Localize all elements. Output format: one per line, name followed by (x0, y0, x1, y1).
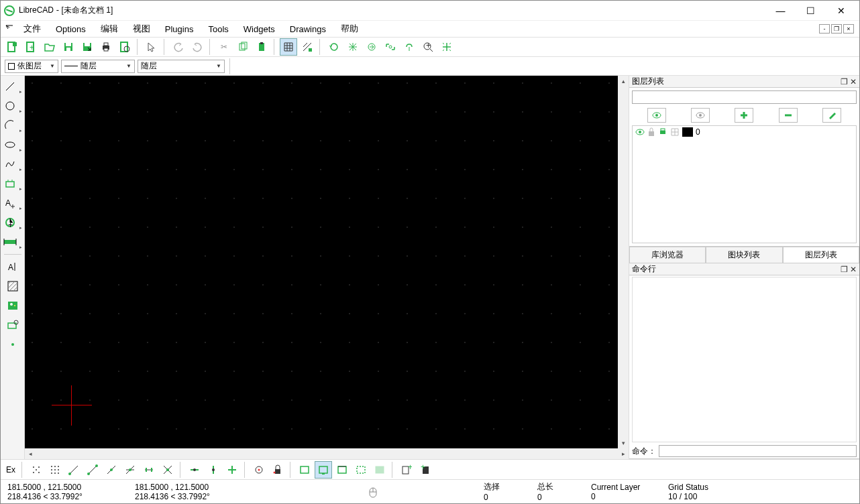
text-tool-button[interactable]: A (3, 194, 23, 212)
color-combo[interactable]: 依图层▼ (5, 60, 58, 73)
relative-zero-button[interactable] (250, 461, 268, 479)
cursor-button[interactable] (143, 38, 160, 56)
mdi-restore-button[interactable]: ❐ (831, 24, 842, 34)
snap-endpoint-button[interactable] (65, 461, 83, 479)
zoom-pan-button[interactable] (400, 38, 418, 56)
restrict-horizontal-button[interactable] (186, 461, 203, 479)
window-minimize-button[interactable]: — (765, 1, 796, 20)
zoom-extents-button[interactable] (438, 38, 455, 56)
polyline-tool-button[interactable] (3, 174, 23, 193)
snap-center-button[interactable] (103, 461, 120, 479)
menu-drawings[interactable]: Drawings (283, 23, 333, 36)
system-menu-icon[interactable] (3, 23, 15, 35)
layer-showall-button[interactable] (647, 108, 666, 123)
redo-button[interactable] (189, 38, 206, 56)
window-close-button[interactable]: ✕ (826, 1, 856, 20)
arc-tool-button[interactable] (3, 116, 23, 135)
mdi-minimize-button[interactable]: - (819, 24, 830, 34)
modify-tool-button[interactable] (3, 233, 23, 251)
tab-library[interactable]: 库浏览器 (629, 247, 706, 263)
snap-on-entity-button[interactable] (84, 461, 101, 479)
svg-point-59 (54, 472, 56, 474)
circle-tool-button[interactable] (3, 97, 23, 115)
menu-plugins[interactable]: Plugins (158, 23, 201, 36)
zoom-auto-button[interactable] (344, 38, 362, 56)
cut-button[interactable]: ✂ (215, 38, 233, 56)
menu-options[interactable]: Options (49, 23, 93, 36)
snap-distance-button[interactable] (140, 461, 158, 479)
menu-tools[interactable]: Tools (201, 23, 235, 36)
lock-relative-zero-button[interactable] (269, 461, 286, 479)
svg-text:A: A (5, 198, 11, 208)
draft-mode-button[interactable] (299, 38, 316, 56)
layer-name-label: 0 (696, 127, 700, 137)
layer-panel-undock-button[interactable]: ❐ (841, 77, 848, 86)
undo-button[interactable] (170, 38, 187, 56)
vertical-scrollbar[interactable]: ▴▾ (618, 76, 629, 448)
copy-button[interactable] (234, 38, 252, 56)
exclusive-snap-button[interactable]: Ex (3, 461, 18, 479)
layer-filter-input[interactable] (632, 90, 857, 104)
cmd-panel-close-button[interactable]: ✕ (850, 265, 857, 274)
linetype-combo[interactable]: 随层▼ (138, 60, 225, 73)
grid-toggle-button[interactable] (280, 38, 297, 56)
save-as-button[interactable] (78, 38, 96, 56)
tab-layerlist[interactable]: 图层列表 (783, 247, 859, 263)
svg-point-56 (54, 469, 56, 470)
select-outside-button[interactable] (352, 461, 370, 479)
snap-free-button[interactable] (28, 461, 45, 479)
select-window-button[interactable] (296, 461, 313, 479)
construction-icon (670, 127, 680, 137)
layer-row[interactable]: 0 (633, 126, 856, 138)
snap-middle-button[interactable] (121, 461, 139, 479)
zoom-window-button[interactable] (382, 38, 399, 56)
layer-hideall-button[interactable] (691, 108, 710, 123)
snap-intersection-button[interactable] (159, 461, 176, 479)
command-input[interactable] (659, 445, 857, 457)
hatch-tool-button[interactable] (3, 277, 23, 296)
select-single-button[interactable] (315, 461, 332, 479)
block-tool-button[interactable] (3, 316, 23, 334)
line-tool-button[interactable] (3, 77, 23, 96)
spline-tool-button[interactable] (3, 155, 23, 174)
zoom-redraw-button[interactable] (325, 38, 343, 56)
horizontal-scrollbar[interactable]: ◂▸ (25, 448, 629, 459)
linewidth-combo[interactable]: 随层▼ (61, 60, 135, 73)
save-button[interactable] (60, 38, 77, 56)
new-button[interactable] (3, 38, 21, 56)
new-from-template-button[interactable]: + (22, 38, 40, 56)
image-tool-button[interactable] (3, 296, 23, 315)
select-inside-button[interactable] (371, 461, 388, 479)
zoom-previous-button[interactable] (363, 38, 380, 56)
layer-edit-button[interactable] (822, 108, 841, 123)
menu-view[interactable]: 视图 (126, 21, 157, 36)
menu-help[interactable]: 帮助 (334, 21, 365, 36)
add-block-button[interactable]: + (417, 461, 434, 479)
restrict-orthogonal-button[interactable] (223, 461, 241, 479)
mdi-close-button[interactable]: × (843, 24, 854, 34)
cmd-panel-undock-button[interactable]: ❐ (841, 265, 848, 274)
window-maximize-button[interactable]: ☐ (796, 1, 826, 20)
print-preview-button[interactable] (116, 38, 133, 56)
mtext-tool-button[interactable]: A (3, 257, 23, 276)
dimension-tool-button[interactable]: + (3, 213, 23, 232)
drawing-canvas[interactable] (25, 76, 618, 448)
print-button[interactable] (97, 38, 115, 56)
menu-file[interactable]: 文件 (17, 21, 48, 36)
point-tool-button[interactable] (3, 335, 23, 354)
add-view-button[interactable]: + (398, 461, 415, 479)
select-contour-button[interactable] (333, 461, 351, 479)
layer-remove-button[interactable] (779, 108, 798, 123)
ellipse-tool-button[interactable] (3, 135, 23, 154)
snap-grid-button[interactable] (46, 461, 64, 479)
layer-add-button[interactable] (735, 108, 753, 123)
menu-edit[interactable]: 编辑 (94, 21, 125, 36)
paste-button[interactable] (253, 38, 270, 56)
restrict-vertical-button[interactable] (205, 461, 222, 479)
zoom-in-button[interactable]: + (419, 38, 437, 56)
layer-panel-close-button[interactable]: ✕ (850, 77, 857, 86)
menu-widgets[interactable]: Widgets (237, 23, 282, 36)
layer-list[interactable]: 0 (632, 125, 857, 243)
tab-blocklist[interactable]: 图块列表 (706, 247, 782, 263)
open-button[interactable] (41, 38, 58, 56)
